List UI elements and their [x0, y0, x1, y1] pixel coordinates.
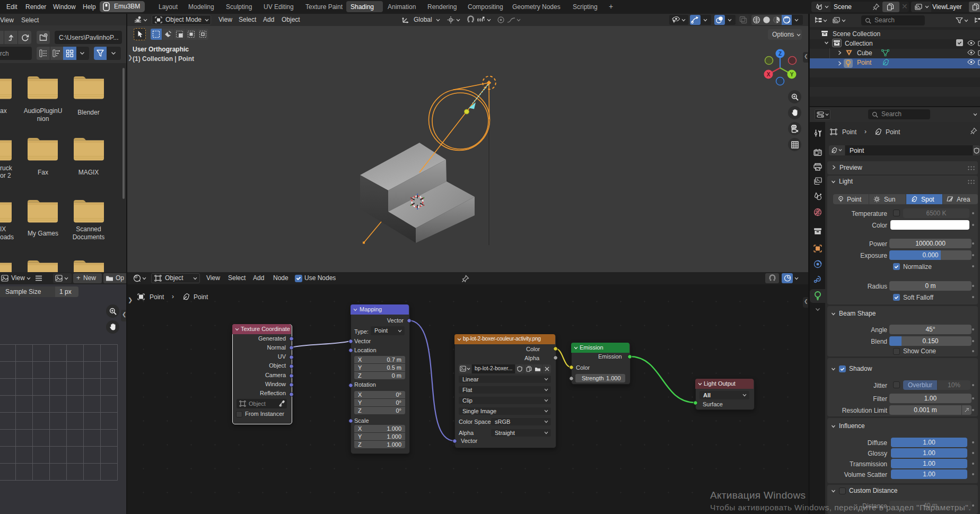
svg-text:Z: Z: [778, 51, 782, 57]
svg-text:Y: Y: [790, 72, 794, 77]
svg-text:X: X: [767, 72, 771, 77]
